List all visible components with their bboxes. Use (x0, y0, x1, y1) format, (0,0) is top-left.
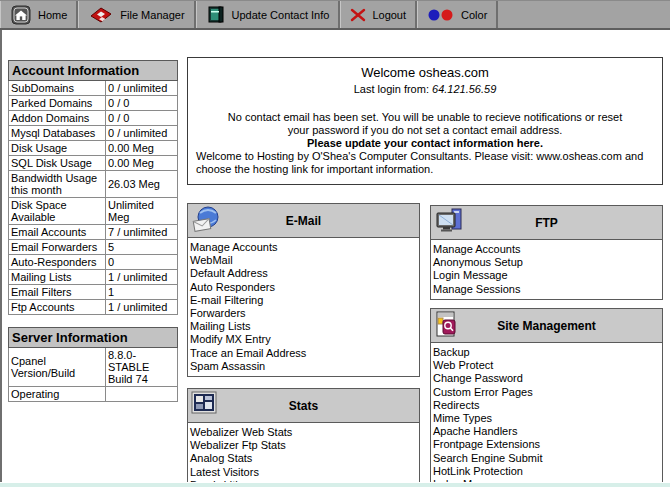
color-icon (427, 8, 455, 22)
account-info-label: SQL Disk Usage (9, 156, 106, 171)
account-info-label: Disk Space Available (9, 198, 106, 225)
panel-link[interactable]: Frontpage Extensions (431, 438, 662, 451)
toolbar-button-label: File Manager (120, 9, 184, 21)
panel-link[interactable]: Redirects (431, 399, 662, 412)
account-info-row: Bandwidth Usage this month 26.03 Meg (9, 171, 178, 198)
account-info-row: Mailing Lists 1 / unlimited (9, 270, 178, 285)
panel-link[interactable]: Backup (431, 346, 662, 359)
account-info-label: Disk Usage (9, 141, 106, 156)
server-info-value: 8.8.0-STABLE Build 74 (106, 348, 178, 387)
server-info-label: Cpanel Version/Build (9, 348, 106, 387)
panel-link[interactable]: Webalizer Web Stats (188, 426, 419, 439)
account-info-label: Ftp Accounts (9, 300, 106, 315)
account-info-value: 1 / unlimited (106, 270, 178, 285)
panel-stats-links: Webalizer Web Stats Webalizer Ftp Stats … (188, 423, 419, 487)
last-login-label: Last login from: (354, 83, 429, 95)
account-info-value: 26.03 Meg (106, 171, 178, 198)
panel-ftp-title: FTP (431, 216, 662, 230)
account-info-label: Email Filters (9, 285, 106, 300)
server-info-row: Cpanel Version/Build 8.8.0-STABLE Build … (9, 348, 178, 387)
account-info-value: 0 / unlimited (106, 126, 178, 141)
account-info-label: Email Accounts (9, 225, 106, 240)
panel-link[interactable]: Default Address (188, 267, 419, 280)
panel-link[interactable]: Trace an Email Address (188, 347, 419, 360)
server-info-value (106, 387, 178, 402)
account-info-value: 0 / unlimited (106, 81, 178, 96)
panel-link[interactable]: Custom Error Pages (431, 386, 662, 399)
account-info-row: Disk Usage 0.00 Meg (9, 141, 178, 156)
toolbar-button-label: Home (38, 9, 67, 21)
account-information-table: Account Information SubDomains 0 / unlim… (8, 60, 178, 315)
panel-link[interactable]: Mailing Lists (188, 320, 419, 333)
panel-link[interactable]: Manage Sessions (431, 283, 662, 296)
panel-link[interactable]: Manage Accounts (431, 243, 662, 256)
panel-site-management-header: Site Management (431, 309, 662, 343)
panel-link[interactable]: Modify MX Entry (188, 333, 419, 346)
account-info-value: 7 / unlimited (106, 225, 178, 240)
server-information-table: Server Information Cpanel Version/Build … (8, 327, 178, 402)
account-info-value: 0.00 Meg (106, 156, 178, 171)
panel-link[interactable]: Search Engine Submit (431, 452, 662, 465)
account-info-row: Email Accounts 7 / unlimited (9, 225, 178, 240)
account-info-row: Auto-Responders 0 (9, 255, 178, 270)
server-info-row: Operating (9, 387, 178, 402)
account-info-row: Mysql Databases 0 / unlimited (9, 126, 178, 141)
account-info-value: 1 (106, 285, 178, 300)
account-info-row: SQL Disk Usage 0.00 Meg (9, 156, 178, 171)
panel-link[interactable]: Apache Handlers (431, 425, 662, 438)
panel-link[interactable]: Forwarders (188, 307, 419, 320)
toolbar-button-label: Update Contact Info (232, 9, 330, 21)
panel-link[interactable]: WebMail (188, 254, 419, 267)
toolbar-button-file-manager[interactable]: File Manager (78, 1, 195, 28)
panel-link[interactable]: Web Protect (431, 359, 662, 372)
home-icon (10, 5, 32, 25)
toolbar-button-color[interactable]: Color (417, 1, 498, 28)
account-information-title: Account Information (9, 61, 178, 81)
account-info-value: 5 (106, 240, 178, 255)
panel-stats-header: Stats (188, 389, 419, 423)
toolbar-button-home[interactable]: Home (0, 1, 78, 28)
toolbar-button-label: Color (461, 9, 487, 21)
logout-icon (350, 8, 366, 22)
panel-ftp: FTP Manage Accounts Anonymous Setup Logi… (430, 205, 663, 300)
account-info-row: Addon Domains 0 / 0 (9, 111, 178, 126)
toolbar-button-update-contact-info[interactable]: Update Contact Info (196, 1, 341, 28)
update-contact-notice[interactable]: Please update your contact information h… (196, 137, 654, 149)
toolbar-button-label: Logout (372, 9, 406, 21)
contact-email-warning: No contact email has been set. You will … (225, 111, 625, 136)
panel-link[interactable]: Spam Assassin (188, 360, 419, 373)
account-info-row: Email Forwarders 5 (9, 240, 178, 255)
panel-link[interactable]: Manage Accounts (188, 241, 419, 254)
toolbar-button-logout[interactable]: Logout (340, 1, 417, 28)
account-info-row: Ftp Accounts 1 / unlimited (9, 300, 178, 315)
panel-link[interactable]: Mime Types (431, 412, 662, 425)
account-info-label: Auto-Responders (9, 255, 106, 270)
panel-link[interactable]: Webalizer Ftp Stats (188, 439, 419, 452)
panel-link[interactable]: Latest Visitors (188, 466, 419, 479)
panel-email-links: Manage Accounts WebMail Default Address … (188, 238, 419, 376)
toolbar: Home File Manager Update Contact Info (0, 0, 670, 30)
panel-link[interactable]: E-mail Filtering (188, 294, 419, 307)
hosting-message: Welcome to Hosting by O'Shea's Computer … (196, 150, 654, 175)
account-info-label: Mysql Databases (9, 126, 106, 141)
panel-stats-title: Stats (188, 399, 419, 413)
account-info-label: Addon Domains (9, 111, 106, 126)
bottom-window-strip (0, 482, 670, 487)
account-info-value: 0 / 0 (106, 111, 178, 126)
panel-link[interactable]: Analog Stats (188, 452, 419, 465)
welcome-box: Welcome osheas.com Last login from: 64.1… (187, 57, 663, 185)
panel-ftp-header: FTP (431, 206, 662, 240)
panel-link[interactable]: HotLink Protection (431, 465, 662, 478)
welcome-title: Welcome osheas.com (196, 65, 654, 80)
account-info-value: 0 (106, 255, 178, 270)
panel-link[interactable]: Auto Responders (188, 281, 419, 294)
panel-link[interactable]: Change Password (431, 372, 662, 385)
panel-email-header: E-Mail (188, 204, 419, 238)
panel-email: E-Mail Manage Accounts WebMail Default A… (187, 203, 420, 377)
server-information-title: Server Information (9, 328, 178, 348)
account-info-label: Bandwidth Usage this month (9, 171, 106, 198)
panel-link[interactable]: Anonymous Setup (431, 256, 662, 269)
account-info-row: SubDomains 0 / unlimited (9, 81, 178, 96)
account-info-row: Email Filters 1 (9, 285, 178, 300)
panel-link[interactable]: Login Message (431, 269, 662, 282)
